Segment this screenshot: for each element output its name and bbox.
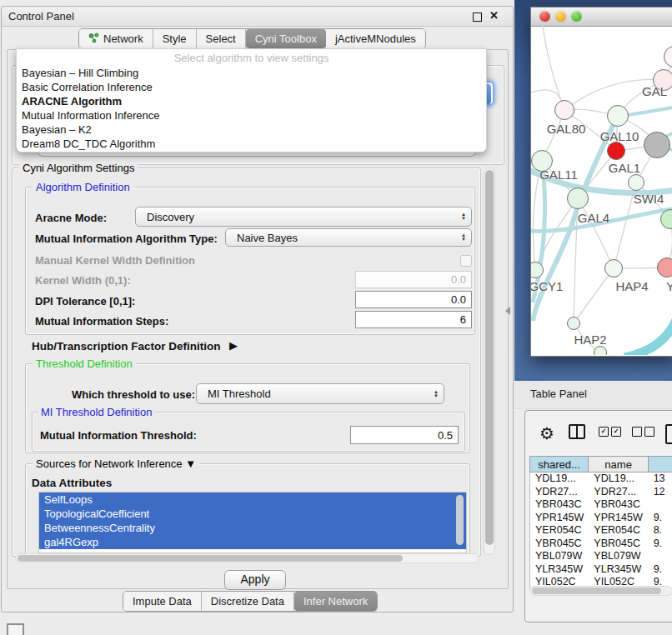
node-label: GAL80 [547,122,586,136]
attribute-item-gal4rgexp[interactable]: gal4RGexp [39,535,466,549]
threshold-definition-title: Threshold Definition [33,358,136,370]
column-header-name[interactable]: name [589,456,649,472]
tab-label: Cyni Toolbox [255,32,317,45]
network-node[interactable] [594,346,607,355]
mi-steps-label: Mutual Information Steps: [35,315,168,328]
columns-icon[interactable] [569,424,585,439]
attribute-item-selfloops[interactable]: SelfLoops [39,492,466,507]
algorithm-option-dream8-dc-tdc-algorithm[interactable]: Dream8 DC_TDC Algorithm [20,137,483,151]
deselect-all-checkboxes-icon[interactable] [632,424,657,438]
tab-discretize-data[interactable]: Discretize Data [202,592,294,611]
float-window-icon[interactable] [473,12,482,22]
select-all-checkboxes-icon[interactable]: ✓ ✓ [599,424,624,438]
node-label: HAP4 [615,279,648,293]
mi-threshold-title: MI Threshold Definition [38,406,155,418]
splitter-collapse-arrow[interactable] [505,307,510,315]
table-row[interactable]: YER054CYER054C8. [530,524,672,538]
mi-threshold-field[interactable]: 0.5 [350,426,459,444]
list-scrollbar-thumb[interactable] [456,495,464,545]
hub-definition-label[interactable]: Hub/Transcription Factor Definition [32,340,221,352]
network-node[interactable] [644,132,670,158]
network-node-y[interactable] [657,258,672,278]
node-label: GAL11 [539,168,578,182]
algorithm-definition-title: Algorithm Definition [33,181,133,193]
table-cell: YLR345W [589,563,648,577]
tab-network[interactable]: Network [79,29,153,48]
network-node-gal10[interactable] [607,105,629,127]
settings-scrollbar[interactable] [484,168,495,555]
tab-infer-network[interactable]: Infer Network [294,592,377,611]
column-header-shared[interactable]: shared... [529,456,589,472]
manual-kernel-checkbox[interactable] [460,255,472,267]
tab-select[interactable]: Select [197,29,246,48]
mi-type-label: Mutual Information Algorithm Type: [35,232,218,245]
table-row[interactable]: YDR27...YDR27...12 [530,486,672,499]
table-cell: YDL19... [530,472,589,486]
table-row[interactable]: YBL079WYBL079W [530,550,672,563]
table-panel-title: Table Panel [530,388,587,400]
which-threshold-label: Which threshold to use: [72,388,195,401]
apply-button[interactable]: Apply [224,570,286,590]
table-row[interactable]: YPR145WYPR145W9. [530,512,672,525]
aracne-mode-combo[interactable]: Discovery ▲▼ [135,207,472,227]
table-cell: YBR043C [589,498,648,512]
expanded-arrow-icon[interactable]: ▼ [185,458,196,470]
zoom-traffic-light-icon[interactable] [571,11,582,22]
scrollbar-thumb[interactable] [532,588,661,594]
table-horizontal-scrollbar[interactable] [529,586,672,596]
tab-style[interactable]: Style [153,29,197,48]
document-icon[interactable] [665,424,672,444]
scrollbar-thumb[interactable] [18,555,403,562]
network-node-hap4[interactable] [604,259,623,278]
tab-cyni-toolbox[interactable]: Cyni Toolbox [246,29,326,48]
mi-type-combo[interactable]: Naive Bayes ▲▼ [225,228,472,247]
tab-impute-data[interactable]: Impute Data [123,592,202,611]
table-cell [649,498,672,512]
close-traffic-light-icon[interactable] [539,11,550,22]
network-node-gal80[interactable] [554,100,574,120]
unchecked-box-icon [644,427,654,437]
settings-group-title: Cyni Algorithm Settings [19,162,138,174]
algorithm-option-aracne-algorithm[interactable]: ARACNE Algorithm [20,94,483,108]
control-panel-window: Control Panel ✕ NetworkStyleSelectCyni T… [1,6,514,612]
algorithm-option-bayesian-k2[interactable]: Bayesian – K2 [20,122,483,137]
node-label: GAL10 [600,129,639,143]
network-node-hap2[interactable] [567,317,580,330]
algorithm-option-mutual-information-inference[interactable]: Mutual Information Inference [20,108,483,122]
network-canvas[interactable]: GALGAL80GAL10GAL1GAL11SWI4GAL4GCY1HAP4YH… [531,26,672,355]
combo-stepper-icon: ▲▼ [461,212,466,221]
network-node-gal4[interactable] [567,188,589,209]
kernel-width-field[interactable]: 0.0 [355,271,472,288]
table-row[interactable]: YBR045CYBR045C9. [530,538,672,551]
table-cell: YLR345W [530,563,589,577]
algorithm-option-list: Bayesian – Hill ClimbingBasic Correlatio… [20,66,483,151]
dpi-tolerance-field[interactable]: 0.0 [355,291,472,308]
control-panel-titlebar: Control Panel ✕ [2,7,513,27]
sources-title-text: Sources for Network Inference [36,458,183,470]
which-threshold-combo[interactable]: MI Threshold ▲▼ [196,383,444,404]
close-icon[interactable]: ✕ [489,9,499,22]
minimize-traffic-light-icon[interactable] [555,11,566,22]
mi-steps-field[interactable]: 6 [355,311,472,328]
attribute-item-betweennesscentrality[interactable]: BetweennessCentrality [39,521,466,535]
table-cell: YBL079W [589,550,648,563]
network-node-swi4[interactable] [628,174,644,191]
table-row[interactable]: YLR345WYLR345W9. [530,563,672,577]
unchecked-box-icon [632,427,642,437]
column-header-extra[interactable] [649,456,672,472]
table-row[interactable]: YDL19...YDL19...13 [530,472,672,486]
gear-icon[interactable]: ⚙ [539,424,554,442]
tab-jactivemnodules[interactable]: jActiveMNodules [326,29,425,48]
table-row[interactable]: YBR043CYBR043C [530,498,672,512]
network-node-gal1[interactable] [607,142,625,160]
scrollbar-thumb[interactable] [485,170,494,545]
attribute-item-topologicalcoefficient[interactable]: TopologicalCoefficient [39,507,466,521]
collapsed-arrow-icon[interactable]: ▶ [229,339,238,352]
algorithm-option-basic-correlation-inference[interactable]: Basic Correlation Inference [20,80,483,94]
network-window-titlebar[interactable] [531,8,672,27]
algorithm-option-bayesian-hill-climbing[interactable]: Bayesian – Hill Climbing [20,66,483,80]
panel-corner-grip[interactable] [7,623,24,635]
table-cell: YDL19... [589,472,648,486]
bottom-tab-bar: Impute DataDiscretize DataInfer Network [123,591,378,612]
horizontal-scrollbar[interactable] [15,553,479,563]
